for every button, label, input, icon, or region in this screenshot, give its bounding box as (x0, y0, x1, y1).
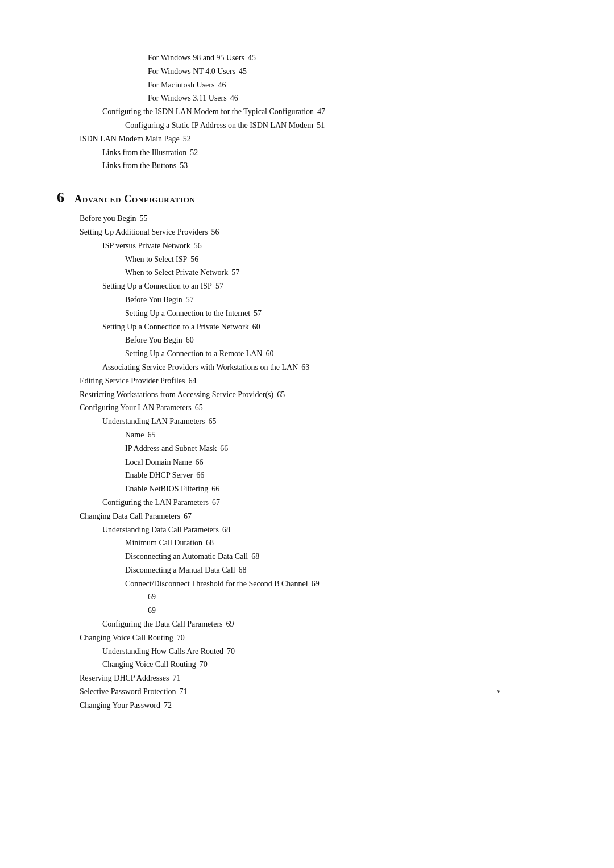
toc-entry-label: Local Domain Name (125, 456, 192, 469)
toc-entry-page: 60 (265, 347, 273, 361)
toc-entry-label: Configuring the LAN Parameters (102, 496, 209, 510)
toc-entry-page: 53 (180, 159, 188, 173)
toc-entry-label: When to Select Private Network (125, 266, 228, 279)
toc-entry-label: For Windows 3.11 Users (148, 91, 227, 105)
toc-entry: 69 (57, 590, 557, 604)
toc-entry-label: Enable NetBIOS Filtering (125, 482, 208, 496)
toc-entry-page: 68 (239, 564, 247, 577)
toc-entry-label: Minimum Call Duration (125, 536, 202, 550)
toc-entry: Disconnecting a Manual Data Call68 (57, 564, 557, 577)
toc-entry: Links from the Buttons53 (57, 159, 557, 173)
toc-entry: Connect/Disconnect Threshold for the Sec… (57, 577, 557, 591)
toc-entry-label: Disconnecting an Automatic Data Call (125, 550, 248, 564)
toc-entry-label: Connect/Disconnect Threshold for the Sec… (125, 577, 308, 591)
toc-entry-label: Before You Begin (125, 293, 182, 307)
toc-entry: Local Domain Name66 (57, 456, 557, 469)
toc-entry-page: 57 (186, 293, 194, 307)
toc-entry: Changing Voice Call Routing70 (57, 631, 557, 645)
toc-entry-page: 66 (220, 442, 228, 456)
toc-entry-label: Associating Service Providers with Works… (102, 361, 298, 374)
toc-entry: For Windows NT 4.0 Users45 (57, 65, 557, 78)
toc-entry: Reserving DHCP Addresses71 (57, 671, 557, 685)
toc-entry-page: 45 (239, 65, 247, 78)
toc-entry-label: Configuring the ISDN LAN Modem for the T… (102, 105, 314, 119)
toc-entry-label: Configuring the Data Call Parameters (102, 617, 223, 631)
toc-entry: When to Select ISP56 (57, 253, 557, 266)
toc-entry: Disconnecting an Automatic Data Call68 (57, 550, 557, 564)
toc-entry: Before You Begin57 (57, 293, 557, 307)
toc-entry-page: 56 (190, 253, 198, 266)
toc-entry-label: ISDN LAN Modem Main Page (80, 132, 180, 146)
toc-entry: Configuring the Data Call Parameters69 (57, 617, 557, 631)
toc-entry: Changing Data Call Parameters67 (57, 510, 557, 523)
toc-entry-page: 60 (252, 320, 260, 334)
toc-entry-label: Setting Up a Connection to a Remote LAN (125, 347, 262, 361)
toc-entry-page: 65 (147, 428, 155, 442)
toc-entry-label: Enable DHCP Server (125, 469, 193, 482)
toc-entry-page: 66 (195, 456, 203, 469)
toc-entry-label: Changing Your Password (80, 699, 160, 712)
toc-entry: Configuring Your LAN Parameters65 (57, 401, 557, 415)
toc-entry-page: 52 (183, 132, 191, 146)
toc-entry-label: For Windows 98 and 95 Users (148, 51, 244, 65)
toc-entry-label: For Macintosh Users (148, 78, 214, 92)
toc-entry-page: 71 (180, 685, 188, 699)
toc-entry: Enable NetBIOS Filtering66 (57, 482, 557, 496)
toc-entry: ISDN LAN Modem Main Page52 (57, 132, 557, 146)
toc-entry-label: Links from the Illustration (102, 146, 186, 160)
toc-entry-page: 56 (194, 239, 202, 253)
toc-entry: Before you Begin55 (57, 212, 557, 226)
toc-entry: Restricting Workstations from Accessing … (57, 388, 557, 402)
toc-entry-page: 57 (254, 307, 262, 320)
toc-entry-label: Setting Up a Connection to an ISP (102, 279, 212, 293)
toc-entry-page: 65 (277, 388, 285, 402)
toc-entry: Understanding Data Call Parameters68 (57, 523, 557, 537)
toc-entry-page: 45 (248, 51, 256, 65)
toc-entry: IP Address and Subnet Mask66 (57, 442, 557, 456)
toc-entry: Associating Service Providers with Works… (57, 361, 557, 374)
toc-entry-label: Name (125, 428, 144, 442)
chapter-title: Advanced Configuration (74, 193, 196, 205)
toc-entry: ISP versus Private Network56 (57, 239, 557, 253)
toc-entry-page: 47 (317, 105, 325, 119)
toc-entry-label: Restricting Workstations from Accessing … (80, 388, 273, 402)
toc-entry-label: Editing Service Provider Profiles (80, 374, 185, 388)
toc-entry: Before You Begin60 (57, 333, 557, 347)
toc-entry: Name65 (57, 428, 557, 442)
toc-entry-label: Before you Begin (80, 212, 136, 226)
toc-entry-page: 69 (226, 617, 234, 631)
toc-entry-page: 68 (251, 550, 259, 564)
toc-entry-page: 64 (188, 374, 196, 388)
toc-entry-label: Setting Up a Connection to a Private Net… (102, 320, 249, 334)
toc-entry-label: Reserving DHCP Addresses (80, 671, 169, 685)
toc-entry-label: Configuring a Static IP Address on the I… (125, 119, 313, 132)
toc-entry-page: 68 (206, 536, 214, 550)
toc-entry-label: Selective Password Protection (80, 685, 176, 699)
toc-entry-page: 68 (222, 523, 230, 537)
chapter-entries: Before you Begin55Setting Up Additional … (57, 212, 557, 712)
toc-page: For Windows 98 and 95 Users45For Windows… (57, 51, 557, 712)
toc-entry-label: Understanding Data Call Parameters (102, 523, 219, 537)
toc-entry-page: 67 (184, 510, 192, 523)
toc-entry-label: Configuring Your LAN Parameters (80, 401, 192, 415)
toc-entry-page: 66 (196, 469, 204, 482)
toc-entry-page: 57 (231, 266, 239, 279)
toc-entry: Setting Up a Connection to a Remote LAN6… (57, 347, 557, 361)
toc-entry-page: 65 (195, 401, 203, 415)
toc-entry: Setting Up a Connection to the Internet5… (57, 307, 557, 320)
toc-entry-label: Before You Begin (125, 333, 182, 347)
toc-entry-label: ISP versus Private Network (102, 239, 190, 253)
chapter-header: 6 Advanced Configuration (57, 183, 557, 206)
toc-entry-label: Setting Up a Connection to the Internet (125, 307, 250, 320)
toc-entry-page: 51 (317, 119, 325, 132)
toc-entry-label: Setting Up Additional Service Providers (80, 226, 208, 239)
toc-entry-page: 71 (172, 671, 180, 685)
toc-entry-page: 63 (301, 361, 309, 374)
toc-entry: Editing Service Provider Profiles64 (57, 374, 557, 388)
toc-entry-page: 46 (218, 78, 226, 92)
toc-entry: Changing Voice Call Routing70 (57, 658, 557, 671)
toc-entry: Setting Up a Connection to a Private Net… (57, 320, 557, 334)
toc-entry-page: 65 (208, 415, 216, 428)
toc-entry-label: Disconnecting a Manual Data Call (125, 564, 235, 577)
toc-entry: Setting Up a Connection to an ISP57 (57, 279, 557, 293)
